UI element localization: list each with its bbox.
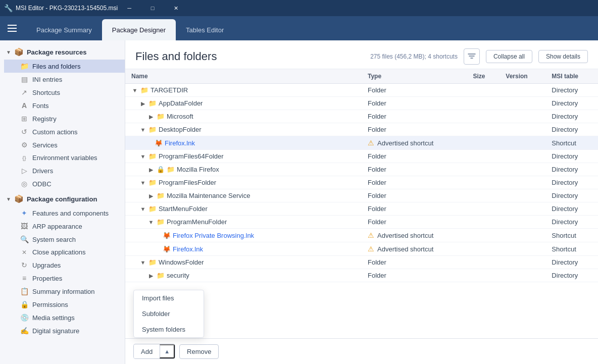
sidebar-item-fonts[interactable]: A Fonts bbox=[4, 99, 125, 112]
sidebar-item-files-and-folders[interactable]: 📁 Files and folders bbox=[4, 60, 125, 73]
folder-icon: 📁 bbox=[167, 166, 175, 173]
hamburger-menu[interactable] bbox=[4, 20, 20, 36]
file-version bbox=[500, 176, 545, 189]
sidebar-item-arp-appearance[interactable]: 🖼 ARP appearance bbox=[4, 220, 125, 233]
file-version bbox=[500, 110, 545, 123]
col-type[interactable]: Type bbox=[362, 69, 467, 84]
sidebar-item-custom-actions[interactable]: ↺ Custom actions bbox=[4, 125, 125, 138]
properties-icon: ≡ bbox=[20, 274, 28, 282]
menubar: Package Summary Package Designer Tables … bbox=[0, 16, 598, 40]
file-name: Mozilla Maintenance Service bbox=[167, 192, 250, 199]
table-row[interactable]: 🦊Firefox.lnk⚠Advertised shortcutShortcut bbox=[125, 136, 598, 150]
file-type: Folder bbox=[362, 123, 467, 136]
show-details-button[interactable]: Show details bbox=[538, 50, 588, 63]
collapse-icon[interactable]: ▼ bbox=[139, 127, 146, 133]
tab-package-summary[interactable]: Package Summary bbox=[26, 19, 102, 40]
table-row[interactable]: ▶📁AppDataFolderFolderDirectory bbox=[125, 97, 598, 110]
file-type: Folder bbox=[362, 97, 467, 110]
sidebar-group-configuration-header[interactable]: ▼ 📦 Package configuration bbox=[0, 191, 125, 206]
file-type: ⚠Advertised shortcut bbox=[362, 229, 467, 242]
expand-icon[interactable]: ▶ bbox=[147, 273, 155, 279]
context-menu-import-files[interactable]: Import files bbox=[134, 290, 204, 306]
table-row[interactable]: 🦊Firefox Private Browsing.lnk⚠Advertised… bbox=[125, 229, 598, 242]
collapse-icon[interactable]: ▼ bbox=[139, 180, 146, 186]
sidebar-item-properties[interactable]: ≡ Properties bbox=[4, 272, 125, 285]
tab-tables-editor[interactable]: Tables Editor bbox=[176, 19, 234, 40]
sidebar-item-upgrades[interactable]: ↻ Upgrades bbox=[4, 258, 125, 272]
collapse-icon[interactable]: ▼ bbox=[139, 206, 146, 212]
sidebar-item-permissions[interactable]: 🔒 Permissions bbox=[4, 298, 125, 311]
file-name: Firefox.lnk bbox=[165, 139, 195, 147]
maximize-button[interactable]: □ bbox=[141, 0, 164, 16]
table-row[interactable]: ▼📁ProgramFilesFolderFolderDirectory bbox=[125, 176, 598, 189]
firefox-icon: 🦊 bbox=[155, 139, 163, 147]
sidebar-item-features-and-components[interactable]: ✦ Features and components bbox=[4, 206, 125, 220]
minimize-button[interactable]: ─ bbox=[118, 0, 141, 16]
collapse-icon[interactable]: ▼ bbox=[147, 219, 155, 225]
expand-icon[interactable]: ▶ bbox=[147, 167, 155, 173]
file-version bbox=[500, 84, 545, 97]
file-version bbox=[500, 242, 545, 256]
firefox-private-icon: 🦊 bbox=[163, 232, 171, 239]
table-row[interactable]: ▶📁securityFolderDirectory bbox=[125, 269, 598, 282]
tab-package-designer[interactable]: Package Designer bbox=[102, 19, 176, 40]
folder-icon: 📁 bbox=[148, 99, 157, 107]
context-menu-subfolder[interactable]: Subfolder bbox=[134, 306, 204, 322]
sidebar-item-digital-signature[interactable]: ✍ Digital signature bbox=[4, 324, 125, 337]
file-version bbox=[500, 229, 545, 242]
close-button[interactable]: ✕ bbox=[164, 0, 187, 16]
add-button-arrow[interactable]: ▲ bbox=[160, 344, 175, 358]
col-size[interactable]: Size bbox=[467, 69, 500, 84]
sidebar-item-summary-information[interactable]: 📋 Summary information bbox=[4, 285, 125, 298]
expand-icon[interactable]: ▶ bbox=[147, 193, 155, 199]
firefox-icon: 🦊 bbox=[163, 245, 171, 253]
sidebar-item-shortcuts[interactable]: ↗ Shortcuts bbox=[4, 86, 125, 99]
col-msi-table[interactable]: MSI table bbox=[545, 69, 598, 84]
table-row[interactable]: ▶📁Mozilla Maintenance ServiceFolderDirec… bbox=[125, 189, 598, 202]
sidebar-item-services[interactable]: ⚙ Services bbox=[4, 138, 125, 151]
context-menu-system-folders[interactable]: System folders bbox=[134, 322, 204, 337]
collapse-all-button[interactable]: Collapse all bbox=[486, 50, 532, 63]
sidebar-item-odbc[interactable]: ◎ ODBC bbox=[4, 177, 125, 190]
table-row[interactable]: ▶📁MicrosoftFolderDirectory bbox=[125, 110, 598, 123]
table-row[interactable]: ▼📁ProgramMenuFolderFolderDirectory bbox=[125, 216, 598, 229]
file-size bbox=[467, 216, 500, 229]
file-name: Mozilla Firefox bbox=[177, 166, 219, 173]
table-row[interactable]: ▶🔒📁Mozilla FirefoxFolderDirectory bbox=[125, 163, 598, 176]
registry-icon: ⊞ bbox=[20, 115, 28, 123]
collapse-icon[interactable]: ▼ bbox=[139, 259, 146, 266]
sidebar-item-registry[interactable]: ⊞ Registry bbox=[4, 112, 125, 125]
chevron-down-icon: ▼ bbox=[6, 49, 11, 55]
expand-icon[interactable]: ▶ bbox=[139, 100, 146, 107]
table-row[interactable]: ▼📁TARGETDIRFolderDirectory bbox=[125, 84, 598, 97]
table-row[interactable]: ▼📁WindowsFolderFolderDirectory bbox=[125, 256, 598, 269]
col-name[interactable]: Name bbox=[125, 69, 362, 84]
collapse-icon[interactable]: ▼ bbox=[139, 153, 146, 160]
file-size bbox=[467, 163, 500, 176]
sidebar-group-resources-items: 📁 Files and folders ▤ INI entries ↗ Shor… bbox=[4, 60, 125, 190]
table-row[interactable]: ▼📁ProgramFiles64FolderFolderDirectory bbox=[125, 150, 598, 163]
table-row[interactable]: 🦊Firefox.lnk⚠Advertised shortcutShortcut bbox=[125, 242, 598, 256]
sidebar-item-system-search[interactable]: 🔍 System search bbox=[4, 233, 125, 246]
sidebar-group-configuration-items: ✦ Features and components 🖼 ARP appearan… bbox=[4, 206, 125, 337]
file-msi-table: Directory bbox=[545, 163, 598, 176]
table-row[interactable]: ▼📁StartMenuFolderFolderDirectory bbox=[125, 202, 598, 216]
collapse-icon[interactable]: ▼ bbox=[131, 87, 138, 93]
folder-icon: 📁 bbox=[148, 126, 157, 133]
sidebar-item-close-applications[interactable]: ✕ Close applications bbox=[4, 246, 125, 258]
col-version[interactable]: Version bbox=[500, 69, 545, 84]
expand-icon[interactable]: ▶ bbox=[147, 114, 155, 120]
file-msi-table: Shortcut bbox=[545, 229, 598, 242]
file-type: Folder bbox=[362, 84, 467, 97]
sidebar-item-media-settings[interactable]: 💿 Media settings bbox=[4, 311, 125, 324]
sidebar-item-ini-entries[interactable]: ▤ INI entries bbox=[4, 73, 125, 86]
app-icon: 🔧 bbox=[4, 4, 13, 12]
add-button-main[interactable]: Add bbox=[134, 345, 160, 358]
filter-button[interactable] bbox=[464, 48, 480, 65]
sidebar-item-environment-variables[interactable]: {} Environment variables bbox=[4, 151, 125, 164]
remove-button[interactable]: Remove bbox=[179, 344, 219, 359]
table-row[interactable]: ▼📁DesktopFolderFolderDirectory bbox=[125, 123, 598, 136]
file-msi-table: Directory bbox=[545, 176, 598, 189]
sidebar-group-resources-header[interactable]: ▼ 📦 Package resources bbox=[0, 44, 125, 60]
sidebar-item-drivers[interactable]: ▷ Drivers bbox=[4, 164, 125, 177]
